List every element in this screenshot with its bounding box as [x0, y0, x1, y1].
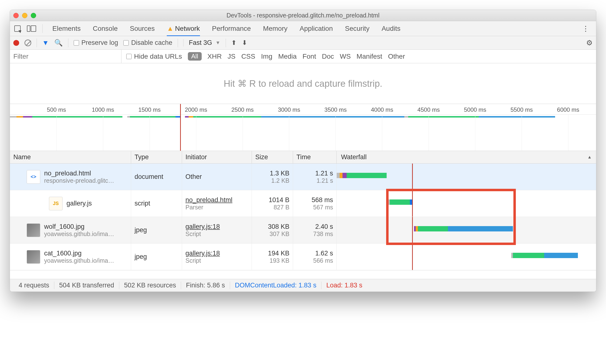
request-size-sub: 827 B: [274, 204, 290, 211]
hide-data-urls-label: Hide data URLs: [134, 52, 182, 60]
type-filter-css[interactable]: CSS: [241, 52, 255, 60]
overview-tick: 3000 ms: [278, 106, 300, 113]
timeline-overview[interactable]: 500 ms1000 ms1500 ms2000 ms2500 ms3000 m…: [10, 104, 596, 151]
type-filter-other[interactable]: Other: [388, 52, 405, 60]
waterfall-segment: [347, 173, 380, 178]
request-size: 1.3 KB: [270, 170, 290, 177]
waterfall-segment: [544, 253, 578, 258]
request-time-sub: 567 ms: [313, 204, 333, 211]
tab-console[interactable]: Console: [93, 25, 118, 32]
request-initiator-type: Script: [185, 257, 248, 264]
overview-load-marker: [180, 104, 181, 151]
separator: [37, 39, 37, 47]
request-initiator[interactable]: gallery.js:18: [185, 250, 248, 257]
download-har-icon[interactable]: ⬇: [242, 39, 247, 47]
more-menu-icon[interactable]: ⋮: [580, 24, 592, 33]
network-toolbar: ▼ 🔍 Preserve log Disable cache Fast 3G ▼…: [10, 36, 596, 50]
tab-audits[interactable]: Audits: [382, 25, 400, 32]
request-domain: responsive-preload.glitc…: [44, 177, 114, 184]
request-domain: yoavweiss.github.io/ima…: [44, 257, 114, 264]
table-row[interactable]: <>no_preload.htmlresponsive-preload.glit…: [10, 164, 596, 190]
tab-performance[interactable]: Performance: [212, 25, 251, 32]
img-file-icon: [27, 250, 40, 264]
filter-toggle-icon[interactable]: ▼: [42, 39, 49, 47]
overview-tick: 1000 ms: [92, 106, 114, 113]
col-size[interactable]: Size: [252, 151, 293, 163]
status-load: Load: 1.83 s: [321, 282, 367, 289]
warning-icon: ▲: [167, 25, 173, 32]
request-name: wolf_1600.jpg: [44, 223, 114, 231]
annotation-box: [386, 189, 516, 245]
request-size-sub: 307 KB: [270, 231, 290, 237]
waterfall-load-marker: [412, 164, 413, 190]
preserve-log-checkbox[interactable]: Preserve log: [74, 39, 118, 47]
col-waterfall[interactable]: Waterfall▲: [337, 151, 596, 163]
table-header: Name Type Initiator Size Time Waterfall▲: [10, 151, 596, 164]
request-initiator-type: Script: [185, 231, 248, 237]
col-type[interactable]: Type: [131, 151, 182, 163]
settings-icon[interactable]: ⚙: [586, 39, 593, 47]
request-size: 308 KB: [268, 223, 290, 231]
request-size-sub: 1.2 KB: [271, 177, 290, 184]
inspect-element-icon[interactable]: [14, 26, 21, 32]
request-time: 1.62 s: [315, 250, 333, 257]
overview-tick: 1500 ms: [138, 106, 161, 113]
status-dcl: DOMContentLoaded: 1.83 s: [230, 282, 321, 289]
type-filter-manifest[interactable]: Manifest: [356, 52, 382, 60]
type-filter-all[interactable]: All: [188, 52, 202, 61]
request-initiator[interactable]: no_preload.html: [185, 196, 248, 204]
overview-tick: 6000 ms: [557, 106, 579, 113]
request-time-sub: 738 ms: [313, 231, 333, 237]
request-time: 2.40 s: [315, 223, 333, 231]
hide-data-urls-checkbox[interactable]: Hide data URLs: [126, 52, 182, 60]
type-filter-xhr[interactable]: XHR: [208, 52, 222, 60]
disable-cache-checkbox[interactable]: Disable cache: [123, 39, 172, 47]
table-row[interactable]: cat_1600.jpgyoavweiss.github.io/ima…jpeg…: [10, 244, 596, 270]
search-icon[interactable]: 🔍: [54, 39, 63, 47]
request-size: 1014 B: [269, 196, 290, 204]
type-filter-js[interactable]: JS: [228, 52, 236, 60]
request-waterfall: [337, 164, 596, 190]
type-filter-font[interactable]: Font: [303, 52, 316, 60]
request-waterfall: [337, 244, 596, 270]
waterfall-segment: [511, 253, 513, 258]
type-filter-ws[interactable]: WS: [340, 52, 351, 60]
separator: [42, 24, 43, 33]
type-filter-doc[interactable]: Doc: [322, 52, 334, 60]
sort-indicator-icon: ▲: [587, 155, 592, 160]
clear-button[interactable]: [25, 39, 31, 46]
request-size: 194 KB: [268, 250, 290, 257]
col-time[interactable]: Time: [293, 151, 337, 163]
tab-memory[interactable]: Memory: [263, 25, 288, 32]
overview-tick: 5500 ms: [511, 106, 533, 113]
col-initiator[interactable]: Initiator: [182, 151, 252, 163]
tab-network[interactable]: ▲Network: [167, 25, 200, 36]
separator: [226, 39, 226, 47]
waterfall-segment: [337, 173, 340, 178]
filter-bar: Hide data URLs AllXHRJSCSSImgMediaFontDo…: [10, 50, 596, 63]
device-toolbar-icon[interactable]: [27, 26, 36, 32]
js-file-icon: JS: [49, 197, 63, 210]
request-time: 568 ms: [312, 196, 333, 204]
type-filter-img[interactable]: Img: [261, 52, 273, 60]
waterfall-segment: [380, 173, 386, 178]
tab-sources[interactable]: Sources: [130, 25, 155, 32]
waterfall-segment: [513, 253, 544, 258]
upload-har-icon[interactable]: ⬆: [231, 39, 237, 47]
request-initiator[interactable]: gallery.js:18: [185, 223, 248, 231]
preserve-log-label: Preserve log: [81, 39, 118, 47]
request-type: document: [131, 164, 182, 190]
overview-tick: 4000 ms: [371, 106, 393, 113]
record-button[interactable]: [13, 40, 19, 46]
request-type: jpeg: [131, 244, 182, 270]
tab-elements[interactable]: Elements: [52, 25, 81, 32]
request-name: cat_1600.jpg: [44, 250, 114, 257]
request-initiator-type: Parser: [185, 204, 248, 211]
throttling-select[interactable]: Fast 3G ▼: [183, 39, 220, 47]
col-name[interactable]: Name: [10, 151, 131, 163]
filter-input[interactable]: [10, 50, 121, 63]
tab-application[interactable]: Application: [300, 25, 333, 32]
type-filter-media[interactable]: Media: [278, 52, 297, 60]
separator: [68, 39, 68, 47]
tab-security[interactable]: Security: [345, 25, 369, 32]
